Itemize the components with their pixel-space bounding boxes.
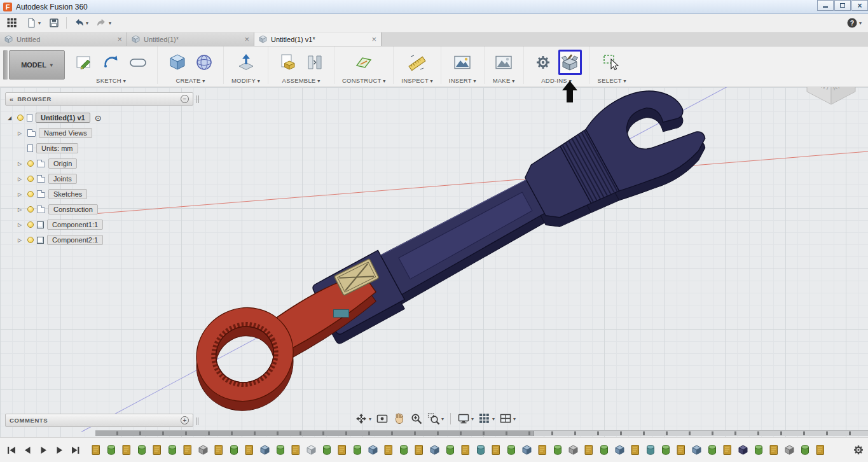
browser-row-origin[interactable]: ▷Origin: [5, 156, 193, 171]
visibility-bulb-icon[interactable]: [27, 237, 34, 243]
sketch-create-button[interactable]: [72, 50, 96, 75]
zoom-window-button[interactable]: ▾: [426, 411, 445, 426]
timeline-feature-47[interactable]: [801, 444, 809, 456]
timeline-feature-18[interactable]: [353, 444, 362, 456]
timeline-feature-33[interactable]: [584, 444, 593, 456]
tab-close-icon[interactable]: ×: [244, 35, 249, 43]
timeline-feature-7[interactable]: [183, 444, 192, 456]
pan-button[interactable]: [392, 411, 407, 426]
timeline-feature-17[interactable]: [338, 444, 347, 456]
document-tab[interactable]: Untitled(1) v1*×: [254, 32, 382, 46]
visibility-bulb-icon[interactable]: [27, 191, 34, 197]
timeline-feature-42[interactable]: [723, 444, 732, 456]
expand-arrow-icon[interactable]: ▷: [15, 237, 24, 243]
browser-row-component11[interactable]: ▷Component1:1: [5, 217, 193, 232]
browser-grip[interactable]: [196, 95, 199, 103]
look-at-button[interactable]: [375, 411, 390, 426]
timeline-feature-22[interactable]: [415, 444, 424, 456]
timeline-feature-12[interactable]: [260, 444, 270, 456]
timeline-feature-30[interactable]: [538, 444, 547, 456]
timeline-feature-37[interactable]: [646, 444, 655, 456]
browser-minimize-icon[interactable]: −: [181, 95, 189, 103]
comments-panel[interactable]: COMMENTS +: [5, 414, 193, 427]
tab-close-icon[interactable]: ×: [371, 35, 376, 43]
close-button[interactable]: ×: [851, 0, 868, 11]
comments-expand-icon[interactable]: +: [181, 416, 189, 424]
visibility-bulb-icon[interactable]: [27, 160, 34, 167]
browser-row-unitsmm[interactable]: Units: mm: [5, 141, 193, 156]
timeline-feature-27[interactable]: [492, 444, 500, 456]
timeline-feature-19[interactable]: [368, 444, 378, 456]
timeline-feature-31[interactable]: [553, 444, 562, 456]
make-print-button[interactable]: [492, 50, 516, 75]
timeline-feature-26[interactable]: [476, 444, 485, 456]
play-button[interactable]: [37, 444, 50, 456]
comments-grip[interactable]: [196, 417, 198, 425]
document-tab[interactable]: Untitled×: [0, 32, 127, 46]
expand-arrow-icon[interactable]: ▷: [15, 176, 24, 182]
timeline-feature-44[interactable]: [754, 444, 763, 456]
addins-toolbox-button[interactable]: [558, 50, 582, 75]
select-cursor-button[interactable]: [600, 50, 624, 75]
insert-image-button[interactable]: [451, 50, 474, 75]
go-to-end-button[interactable]: [69, 444, 81, 456]
browser-root-row[interactable]: ◢Untitled(1) v1⊙: [5, 110, 193, 125]
expand-arrow-icon[interactable]: ▷: [15, 192, 24, 197]
undo-button[interactable]: ▾: [72, 16, 90, 30]
timeline-feature-29[interactable]: [522, 444, 532, 456]
step-back-button[interactable]: [21, 444, 34, 456]
timeline-feature-48[interactable]: [816, 444, 825, 456]
browser-row-namedviews[interactable]: ▷Named Views: [5, 125, 193, 141]
timeline-feature-46[interactable]: [785, 444, 794, 456]
timeline-settings-button[interactable]: [853, 445, 864, 455]
inspect-measure-button[interactable]: [406, 50, 429, 75]
document-tab[interactable]: Untitled(1)*×: [127, 32, 254, 46]
timeline-feature-43[interactable]: [738, 444, 748, 456]
timeline-feature-36[interactable]: [631, 444, 640, 456]
timeline-feature-34[interactable]: [600, 444, 609, 456]
display-settings-button[interactable]: ▾: [456, 411, 475, 426]
timeline-feature-41[interactable]: [708, 444, 717, 456]
save-button[interactable]: [47, 16, 61, 30]
new-file-button[interactable]: ▾: [24, 16, 42, 30]
timeline-feature-11[interactable]: [245, 444, 254, 456]
timeline-feature-5[interactable]: [153, 444, 162, 456]
construct-plane-button[interactable]: [352, 50, 376, 75]
grid-settings-button[interactable]: ▾: [477, 411, 496, 426]
zoom-button[interactable]: [409, 411, 424, 426]
visibility-bulb-icon[interactable]: [17, 115, 24, 121]
expand-arrow-icon[interactable]: ▷: [15, 222, 24, 228]
viewports-button[interactable]: ▾: [498, 411, 517, 426]
collapse-panel-icon[interactable]: «: [10, 95, 13, 103]
workspace-switcher[interactable]: MODEL ▾: [9, 50, 65, 80]
addins-scripts-button[interactable]: [532, 50, 555, 75]
create-form-button[interactable]: [192, 50, 216, 75]
create-box-button[interactable]: [165, 50, 189, 75]
tab-close-icon[interactable]: ×: [117, 35, 122, 43]
visibility-bulb-icon[interactable]: [27, 176, 34, 182]
timeline-feature-39[interactable]: [677, 444, 685, 456]
timeline-feature-8[interactable]: [198, 444, 208, 456]
sketch-slot-button[interactable]: [126, 50, 149, 75]
assemble-joint-button[interactable]: [303, 50, 326, 75]
timeline-feature-1[interactable]: [92, 444, 100, 456]
timeline-feature-9[interactable]: [214, 444, 223, 456]
timeline-feature-16[interactable]: [322, 444, 331, 456]
activate-component-icon[interactable]: ⊙: [95, 113, 102, 123]
timeline-feature-6[interactable]: [168, 444, 177, 456]
browser-row-component21[interactable]: ▷Component2:1: [5, 232, 193, 248]
orbit-button[interactable]: ▾: [354, 411, 373, 426]
timeline-feature-35[interactable]: [615, 444, 624, 456]
browser-row-sketches[interactable]: ▷Sketches: [5, 186, 193, 202]
timeline-feature-28[interactable]: [507, 444, 516, 456]
timeline-feature-40[interactable]: [692, 444, 701, 456]
timeline-feature-38[interactable]: [661, 444, 670, 456]
timeline-feature-10[interactable]: [230, 444, 238, 456]
step-forward-button[interactable]: [53, 444, 65, 456]
timeline-feature-45[interactable]: [769, 444, 778, 456]
visibility-bulb-icon[interactable]: [27, 221, 34, 228]
timeline-scrollbar[interactable]: [95, 430, 868, 436]
timeline-feature-24[interactable]: [446, 444, 455, 456]
timeline-feature-2[interactable]: [107, 444, 116, 456]
timeline-feature-23[interactable]: [430, 444, 439, 456]
